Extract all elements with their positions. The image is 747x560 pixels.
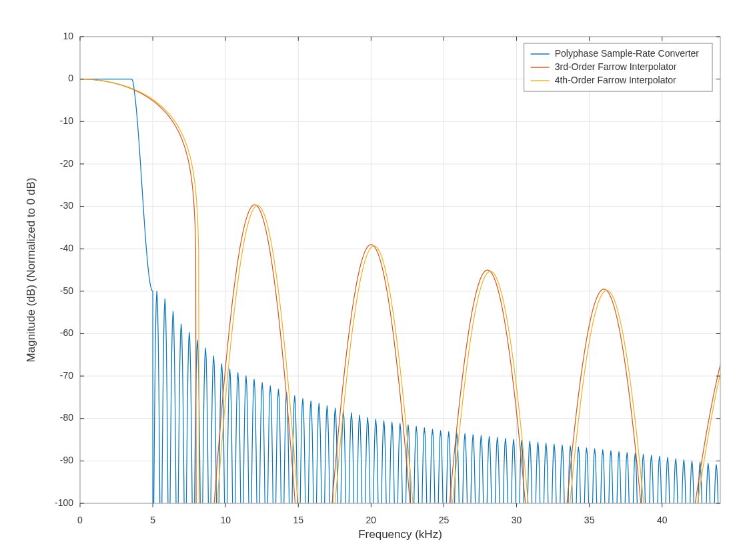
ytick-label: -30	[60, 200, 73, 211]
xtick-label: 35	[584, 515, 595, 525]
xtick-label: 10	[220, 515, 231, 525]
legend: Polyphase Sample-Rate Converter3rd-Order…	[524, 43, 712, 91]
ytick-label: -10	[60, 115, 73, 126]
legend-item-label: 4th-Order Farrow Interpolator	[555, 75, 676, 85]
series-polyphase	[80, 79, 720, 560]
ytick-label: -70	[60, 370, 73, 381]
x-axis-label: Frequency (kHz)	[358, 528, 442, 541]
ytick-label: 0	[68, 73, 73, 83]
legend-item-label: 3rd-Order Farrow Interpolator	[555, 61, 677, 72]
ytick-label: 10	[63, 31, 73, 41]
ytick-label: -100	[55, 497, 73, 508]
series-farrow4	[80, 79, 727, 560]
y-axis-label: Magnitude (dB) (Normalized to 0 dB)	[25, 178, 37, 363]
xtick-label: 5	[150, 515, 155, 525]
axes-box	[80, 37, 720, 503]
figure: 0510152025303540-100-90-80-70-60-50-40-3…	[0, 0, 747, 560]
series-group	[80, 79, 728, 560]
xtick-label: 25	[439, 515, 450, 525]
ytick-label: -20	[60, 158, 73, 169]
xtick-label: 0	[77, 515, 83, 525]
ytick-label: -40	[60, 243, 73, 253]
xtick-label: 20	[366, 515, 377, 525]
ytick-label: -90	[60, 455, 73, 465]
ytick-label: -80	[60, 412, 73, 423]
legend-item-label: Polyphase Sample-Rate Converter	[555, 48, 700, 59]
chart-svg: 0510152025303540-100-90-80-70-60-50-40-3…	[0, 0, 747, 560]
ytick-label: -60	[60, 327, 73, 338]
series-farrow3	[80, 79, 728, 560]
xtick-label: 15	[293, 515, 303, 525]
xtick-label: 40	[657, 515, 668, 525]
xtick-label: 30	[512, 515, 522, 525]
ytick-label: -50	[60, 285, 73, 296]
